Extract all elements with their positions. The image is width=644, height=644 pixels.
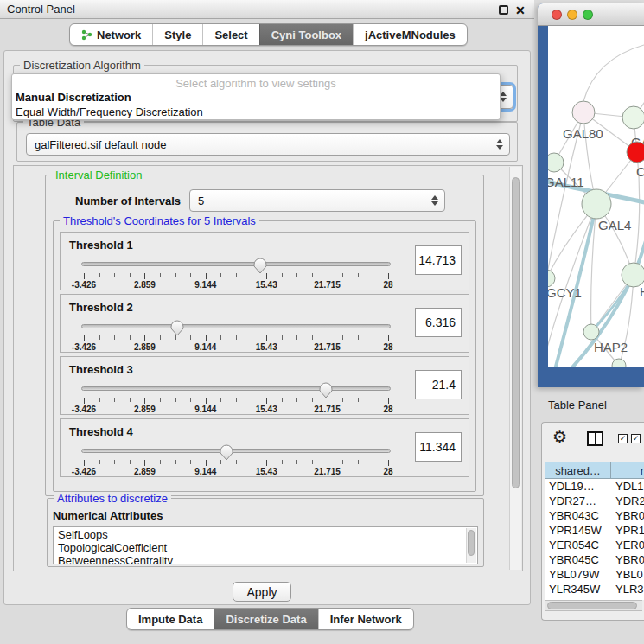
- table-cell[interactable]: YPR1: [611, 523, 644, 538]
- slider-tick-labels: -3.4262.8599.14415.4321.71528: [84, 280, 388, 289]
- table-cell[interactable]: YBL0: [611, 567, 644, 582]
- table-cell[interactable]: YDR27…: [545, 494, 611, 508]
- slider-track[interactable]: [81, 449, 391, 453]
- table-cell[interactable]: YBL079W: [545, 567, 611, 582]
- discretization-algorithm-label: Discretization Algorithm: [20, 59, 144, 72]
- network-node[interactable]: [572, 101, 595, 124]
- slider-ticks: [84, 398, 388, 405]
- close-traffic-light-icon[interactable]: [552, 10, 562, 20]
- popup-option-equal-width-frequency[interactable]: Equal Width/Frequency Discretization: [16, 105, 203, 118]
- close-icon[interactable]: ✕: [515, 2, 526, 19]
- table-cell[interactable]: YLR345W: [545, 582, 611, 596]
- table-cell[interactable]: YDR2: [611, 494, 644, 508]
- threshold-value-field[interactable]: 21.4: [415, 370, 462, 399]
- threshold-panel: Threshold 4 -3.4262.8599.14415.4321.7152…: [60, 418, 469, 477]
- network-node[interactable]: [548, 270, 555, 287]
- table-row[interactable]: YER054CYER0: [545, 538, 644, 552]
- network-node[interactable]: [622, 263, 644, 287]
- table-horizontal-scrollbar[interactable]: [545, 600, 642, 611]
- attribute-list-item[interactable]: TopologicalCoefficient: [54, 541, 477, 554]
- minimize-traffic-light-icon[interactable]: [567, 10, 577, 20]
- network-node[interactable]: [548, 153, 564, 172]
- column-header-name[interactable]: na: [611, 462, 644, 479]
- threshold-value-field[interactable]: 14.713: [415, 245, 462, 275]
- table-row[interactable]: YBL079WYBL0: [545, 567, 644, 582]
- tab-infer-network[interactable]: Infer Network: [318, 609, 413, 629]
- threshold-slider[interactable]: [81, 258, 391, 275]
- table-cell[interactable]: YPR145W: [545, 523, 611, 538]
- tab-cyni-toolbox[interactable]: Cyni Toolbox: [259, 24, 353, 45]
- threshold-slider[interactable]: [81, 444, 391, 462]
- table-data-combobox[interactable]: galFiltered.sif default node: [26, 133, 510, 156]
- network-node[interactable]: [622, 106, 644, 129]
- table-row[interactable]: YDR27…YDR2: [545, 494, 644, 508]
- table-cell[interactable]: YBR0: [611, 552, 644, 567]
- network-node[interactable]: [627, 142, 644, 163]
- threshold-label: Threshold 4: [69, 425, 133, 438]
- popup-option-manual-discretization[interactable]: Manual Discretization: [16, 91, 131, 104]
- table-row[interactable]: YLR345WYLR3: [545, 582, 644, 596]
- slider-thumb-icon[interactable]: [170, 320, 184, 336]
- settings-vertical-scrollbar[interactable]: [509, 167, 521, 570]
- table-cell[interactable]: YER054C: [545, 538, 611, 552]
- network-window-titlebar[interactable]: [538, 3, 644, 26]
- network-node-label: C: [636, 164, 644, 179]
- gear-icon[interactable]: ⚙: [552, 428, 567, 447]
- split-columns-icon[interactable]: [587, 431, 603, 446]
- tab-impute-data[interactable]: Impute Data: [127, 609, 214, 629]
- slider-ticks: [84, 273, 388, 280]
- threshold-panel: Threshold 2 -3.4262.8599.14415.4321.7152…: [60, 294, 469, 353]
- table-cell[interactable]: YER0: [611, 538, 644, 552]
- slider-track[interactable]: [81, 262, 391, 266]
- threshold-value-field[interactable]: 6.316: [415, 308, 462, 337]
- checkbox-icon[interactable]: ✓: [631, 434, 641, 443]
- number-of-intervals-combobox[interactable]: 5: [189, 189, 445, 212]
- table-cell[interactable]: YBR0: [611, 508, 644, 523]
- table-row[interactable]: YPR145WYPR1: [545, 523, 644, 538]
- table-cell[interactable]: YLR3: [611, 582, 644, 596]
- slider-thumb-icon[interactable]: [253, 258, 267, 274]
- slider-thumb-icon[interactable]: [220, 444, 233, 461]
- slider-track[interactable]: [81, 386, 391, 391]
- combo-stepper-icon: [500, 92, 507, 102]
- slider-ticks: [84, 335, 388, 342]
- tab-select[interactable]: Select: [202, 24, 258, 45]
- float-window-icon[interactable]: [499, 5, 508, 15]
- interval-definition-group: Interval Definition Number of Intervals …: [45, 175, 484, 496]
- scrollbar-thumb[interactable]: [468, 530, 475, 556]
- table-cell[interactable]: YBR045C: [545, 552, 611, 567]
- table-cell[interactable]: YDL19…: [545, 479, 611, 494]
- table-cell[interactable]: YBR043C: [545, 508, 611, 523]
- slider-thumb-icon[interactable]: [319, 382, 333, 399]
- scrollbar-thumb[interactable]: [512, 177, 520, 488]
- network-canvas[interactable]: GAL80GACGAL11GAL4GCY1HHAP2: [548, 26, 644, 367]
- network-node-label: GAL80: [563, 126, 603, 141]
- tab-style[interactable]: Style: [152, 24, 202, 45]
- apply-button[interactable]: Apply: [233, 582, 291, 602]
- scrollbar-thumb[interactable]: [547, 602, 637, 609]
- column-header-shared-name[interactable]: shared…: [545, 462, 611, 479]
- zoom-traffic-light-icon[interactable]: [583, 10, 593, 20]
- network-node[interactable]: [583, 324, 599, 340]
- threshold-value-field[interactable]: 11.344: [415, 432, 462, 462]
- tab-discretize-data[interactable]: Discretize Data: [214, 609, 317, 629]
- table-row[interactable]: YDL19…YDL1: [545, 479, 644, 494]
- tab-jactivemnodules[interactable]: jActiveMNodules: [353, 24, 467, 45]
- table-row[interactable]: YBR045CYBR0: [545, 552, 644, 567]
- checkbox-icon[interactable]: ✓: [618, 434, 628, 443]
- numerical-attributes-list[interactable]: SelfLoopsTopologicalCoefficientBetweenne…: [53, 526, 478, 564]
- network-graph: GAL80GACGAL11GAL4GCY1HHAP2: [548, 26, 644, 367]
- table-row[interactable]: YBR043CYBR0: [545, 508, 644, 523]
- table-cell[interactable]: YDL1: [611, 479, 644, 494]
- attribute-list-item[interactable]: BetweennessCentrality: [54, 554, 477, 564]
- network-view-window[interactable]: GAL80GACGAL11GAL4GCY1HHAP2: [538, 3, 644, 387]
- control-panel-titlebar[interactable]: Control Panel: [0, 0, 534, 19]
- threshold-slider[interactable]: [81, 320, 391, 337]
- slider-track[interactable]: [81, 324, 391, 328]
- tab-network[interactable]: Network: [70, 24, 152, 45]
- threshold-slider[interactable]: [81, 382, 391, 399]
- attributes-scrollbar[interactable]: [466, 528, 476, 563]
- slider-tick-labels: -3.4262.8599.14415.4321.71528: [84, 342, 388, 351]
- attribute-list-item[interactable]: SelfLoops: [54, 528, 477, 541]
- network-node[interactable]: [582, 189, 611, 219]
